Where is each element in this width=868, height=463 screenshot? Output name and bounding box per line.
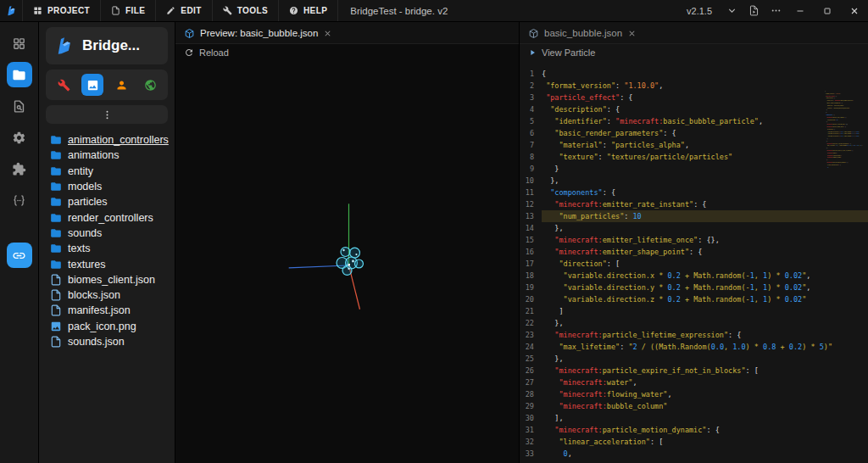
menu-tools[interactable]: TOOLS <box>213 0 279 21</box>
maximize-button[interactable] <box>814 0 841 21</box>
code-line-28[interactable]: 28 "minecraft:flowing_water", <box>520 388 868 400</box>
person-tool-button[interactable] <box>110 74 132 96</box>
code-line-20[interactable]: 20 "variable.direction.z * 0.2 + Math.ra… <box>520 293 868 305</box>
code-line-29[interactable]: 29 "minecraft:bubble_column" <box>520 400 868 412</box>
file-item-pack_icon.png[interactable]: pack_icon.png <box>50 319 175 334</box>
code-line-text: "minecraft:water", <box>542 377 868 388</box>
code-line-1[interactable]: 1{ <box>520 68 868 80</box>
folder-item-entity[interactable]: entity <box>50 164 175 179</box>
folder-item-models[interactable]: models <box>50 179 175 194</box>
grid-icon <box>33 6 42 15</box>
folder-item-particles[interactable]: particles <box>50 194 175 209</box>
code-line-8[interactable]: 8 "texture": "textures/particle/particle… <box>520 151 868 163</box>
line-number: 27 <box>520 377 542 388</box>
tab-label: basic_bubble.json <box>544 28 622 38</box>
project-header[interactable]: Bridge... <box>46 27 168 64</box>
folder-item-textures[interactable]: textures <box>50 256 175 271</box>
minimap[interactable]: { "format_version": "1.10.0", "particle_… <box>825 90 865 463</box>
run-file-button[interactable] <box>743 0 765 21</box>
menu-file[interactable]: FILE <box>101 0 156 21</box>
code-line-text: "minecraft:particle_lifetime_expression"… <box>542 329 868 341</box>
file-item-blocks.json[interactable]: blocks.json <box>50 287 175 303</box>
code-line-19[interactable]: 19 "variable.direction.y * 0.2 + Math.ra… <box>520 282 868 293</box>
code-line-4[interactable]: 4 "description": { <box>520 103 868 115</box>
code-line-24[interactable]: 24 "max_lifetime": "2 / ((Math.Random(0.… <box>520 341 868 353</box>
menu-label: FILE <box>125 6 145 15</box>
particle-bubbles <box>337 248 363 276</box>
code-line-17[interactable]: 17 "direction": [ <box>520 258 868 270</box>
code-line-30[interactable]: 30 ], <box>520 412 868 424</box>
folder-item-render_controllers[interactable]: render_controllers <box>50 209 175 225</box>
code-line-26[interactable]: 26 "minecraft:particle_expire_if_not_in_… <box>520 365 868 377</box>
folder-item-texts[interactable]: texts <box>50 241 175 256</box>
code-line-25[interactable]: 25 }, <box>520 353 868 365</box>
code-line-text: ], <box>542 412 868 424</box>
code-line-33[interactable]: 33 0, <box>520 448 868 460</box>
folder-item-animations[interactable]: animations <box>50 148 175 163</box>
code-line-14[interactable]: 14 }, <box>520 222 868 234</box>
code-line-text: }, <box>542 317 868 329</box>
more-options-button[interactable] <box>765 0 787 21</box>
version-dropdown-button[interactable] <box>721 0 743 21</box>
file-item-biomes_client.json[interactable]: biomes_client.json <box>50 272 175 287</box>
code-line-16[interactable]: 16 "minecraft:emitter_shape_point": { <box>520 246 868 258</box>
code-line-32[interactable]: 32 "linear_acceleration": [ <box>520 436 868 448</box>
reload-button[interactable]: Reload <box>184 47 229 58</box>
code-line-21[interactable]: 21 ] <box>520 305 868 317</box>
menu-project[interactable]: PROJECT <box>23 0 101 21</box>
code-editor[interactable]: 1{2 "format_version": "1.10.0",3 "partic… <box>520 61 868 463</box>
rail-braces-button[interactable] <box>7 187 32 213</box>
code-line-text: "variable.direction.y * 0.2 + Math.rando… <box>542 282 868 293</box>
particle-viewport[interactable] <box>175 61 519 463</box>
close-tab-icon[interactable] <box>323 29 332 38</box>
code-line-18[interactable]: 18 "variable.direction.x * 0.2 + Math.ra… <box>520 270 868 282</box>
line-number: 6 <box>520 127 542 139</box>
minimize-button[interactable] <box>787 0 814 21</box>
tree-item-label: models <box>68 181 102 192</box>
tab-basic-bubble-json[interactable]: basic_bubble.json <box>520 23 645 43</box>
code-line-7[interactable]: 7 "material": "particles_alpha", <box>520 139 868 151</box>
code-line-3[interactable]: 3 "particle_effect": { <box>520 92 868 103</box>
tab-preview-basic-bubble[interactable]: Preview: basic_bubble.json <box>175 23 341 43</box>
code-line-31[interactable]: 31 "minecraft:particle_motion_dynamic": … <box>520 424 868 436</box>
wrench-tool-button[interactable] <box>53 74 75 96</box>
code-line-text: "minecraft:emitter_shape_point": { <box>542 246 868 258</box>
folder-item-sounds[interactable]: sounds <box>50 226 175 241</box>
line-number: 17 <box>520 258 542 270</box>
code-line-15[interactable]: 15 "minecraft:emitter_lifetime_once": {}… <box>520 234 868 246</box>
reload-label: Reload <box>199 47 229 58</box>
image-tool-button[interactable] <box>81 74 103 96</box>
file-icon <box>50 289 62 301</box>
file-item-sounds.json[interactable]: sounds.json <box>50 334 175 349</box>
close-button[interactable] <box>841 0 868 21</box>
folder-item-animation_controllers[interactable]: animation_controllers <box>50 132 175 148</box>
close-tab-icon[interactable] <box>627 29 637 38</box>
code-line-2[interactable]: 2 "format_version": "1.10.0", <box>520 80 868 92</box>
code-line-13[interactable]: 13 "num_particles": 10 <box>520 210 868 222</box>
folder-icon <box>50 196 62 208</box>
code-line-6[interactable]: 6 "basic_render_parameters": { <box>520 127 868 139</box>
code-line-11[interactable]: 11 "components": { <box>520 187 868 198</box>
code-line-12[interactable]: 12 "minecraft:emitter_rate_instant": { <box>520 198 868 210</box>
rail-link-button[interactable] <box>7 243 32 268</box>
file-item-manifest.json[interactable]: manifest.json <box>50 303 175 318</box>
view-particle-button[interactable]: View Particle <box>528 47 595 58</box>
code-line-text: "minecraft:particle_expire_if_not_in_blo… <box>542 365 868 377</box>
line-number: 32 <box>520 436 542 448</box>
code-line-10[interactable]: 10 }, <box>520 175 868 187</box>
rail-puzzle-button[interactable] <box>7 156 32 181</box>
globe-tool-button[interactable] <box>139 74 161 96</box>
code-line-22[interactable]: 22 }, <box>520 317 868 329</box>
tree-item-label: texts <box>68 243 90 254</box>
explorer-menu-button[interactable] <box>46 105 168 124</box>
code-line-5[interactable]: 5 "identifier": "minecraft:basic_bubble_… <box>520 115 868 127</box>
menu-help[interactable]: HELP <box>279 0 338 21</box>
code-line-23[interactable]: 23 "minecraft:particle_lifetime_expressi… <box>520 329 868 341</box>
rail-gear-button[interactable] <box>7 125 32 150</box>
rail-file-search-button[interactable] <box>7 93 32 119</box>
code-line-27[interactable]: 27 "minecraft:water", <box>520 377 868 388</box>
menu-edit[interactable]: EDIT <box>156 0 212 21</box>
code-line-9[interactable]: 9 } <box>520 163 868 175</box>
rail-apps-button[interactable] <box>7 31 32 56</box>
rail-folder-button[interactable] <box>7 62 32 87</box>
